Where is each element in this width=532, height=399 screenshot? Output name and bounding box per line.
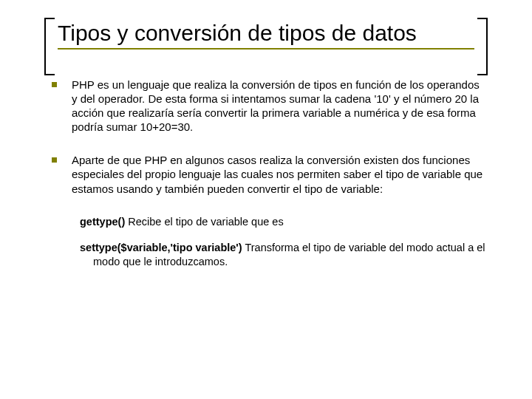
slide: Tipos y conversión de tipos de datos PHP…: [0, 0, 532, 399]
bracket-right-icon: [477, 18, 488, 75]
page-title: Tipos y conversión de tipos de datos: [44, 21, 430, 48]
function-desc: Recibe el tipo de variable que es: [125, 216, 283, 228]
sub-item: settype($variable,'tipo variable') Trans…: [80, 241, 488, 269]
title-underline: [58, 48, 474, 50]
square-bullet-icon: [52, 82, 57, 87]
function-name: gettype(): [80, 216, 125, 228]
bullet-text: Aparte de que PHP en algunos casos reali…: [72, 153, 488, 196]
sub-list: gettype() Recibe el tipo de variable que…: [52, 215, 488, 269]
square-bullet-icon: [52, 157, 57, 163]
bullet-text: PHP es un lenguaje que realiza la conver…: [72, 78, 488, 134]
list-item: Aparte de que PHP en algunos casos reali…: [52, 153, 488, 196]
sub-item: gettype() Recibe el tipo de variable que…: [80, 215, 488, 229]
bracket-left-icon: [44, 18, 55, 75]
title-block: Tipos y conversión de tipos de datos: [44, 21, 488, 48]
list-item: PHP es un lenguaje que realiza la conver…: [52, 78, 488, 134]
function-name: settype($variable,'tipo variable'): [80, 242, 242, 253]
body-content: PHP es un lenguaje que realiza la conver…: [44, 78, 488, 269]
